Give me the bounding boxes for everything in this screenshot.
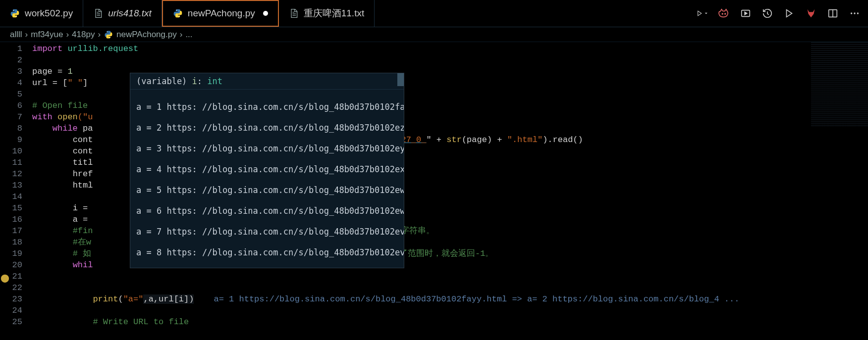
breadcrumb-part[interactable]: allll [10, 30, 22, 40]
svg-point-2 [176, 10, 177, 11]
identifier: cont [73, 146, 93, 156]
line-number: 1 [0, 43, 22, 54]
svg-point-12 [109, 37, 110, 38]
hover-line: a = 7 https: //blog.sina.com.cn/s/blog_4… [136, 227, 398, 237]
hover-name: i [192, 76, 197, 86]
identifier: cont [73, 135, 93, 145]
run-dropdown-icon[interactable] [696, 7, 708, 19]
hover-line: a = 8 https: //blog.sina.com.cn/s/blog_4… [136, 247, 398, 258]
line-number: 20 [0, 259, 22, 271]
code-editor[interactable]: ⬤ 1 2 3 4 5 6 7 8 9 10 11 12 13 14 15 16… [0, 42, 868, 340]
module: urllib.request [67, 44, 138, 53]
tab-urls418[interactable]: urls418.txt [83, 0, 162, 27]
breadcrumb-part[interactable]: ... [185, 30, 192, 40]
comment: #fin [73, 226, 93, 236]
tab-label: 重庆啤酒11.txt [304, 7, 364, 20]
svg-point-0 [13, 10, 14, 11]
string: ("u [78, 112, 93, 122]
identifier: url [32, 78, 48, 88]
punct: ( [118, 294, 123, 304]
tab-label: urls418.txt [108, 8, 152, 19]
hover-body[interactable]: a = 1 https: //blog.sina.com.cn/s/blog_4… [130, 90, 404, 268]
identifier: i = [73, 203, 93, 213]
tab-label: newPAchong.py [188, 8, 255, 19]
split-icon[interactable] [827, 7, 839, 19]
play-icon[interactable] [783, 7, 795, 19]
line-number: 19 [0, 248, 22, 259]
screen-icon[interactable] [740, 7, 752, 19]
svg-point-3 [179, 16, 180, 17]
hover-popup[interactable]: (variable) i: int a = 1 https: //blog.si… [130, 73, 404, 268]
comment: # Open file [32, 101, 93, 110]
function: open [57, 112, 78, 122]
keyword: while [53, 124, 78, 133]
line-number: 14 [0, 191, 22, 202]
tab-work502[interactable]: work502.py [0, 0, 83, 27]
editor-toolbar [689, 0, 868, 27]
hover-colon: : [197, 76, 207, 86]
svg-point-1 [16, 16, 17, 17]
line-number: 25 [0, 316, 22, 328]
hover-line: a = 2 https: //blog.sina.com.cn/s/blog_4… [136, 123, 398, 133]
line-gutter: 1 2 3 4 5 6 7 8 9 10 11 12 13 14 15 16 1… [0, 42, 32, 340]
chevron-right-icon: › [180, 30, 183, 40]
chevron-right-icon: › [25, 30, 28, 40]
code-area[interactable]: import urllib.request page = 1 url = [" … [32, 42, 868, 340]
breadcrumb-part[interactable]: mf34yue [31, 30, 63, 40]
number: 1 [67, 67, 72, 76]
line-number: 13 [0, 180, 22, 191]
svg-point-10 [857, 12, 859, 14]
line-number: 7 [0, 111, 22, 123]
comment: #在w [73, 238, 91, 247]
comment: # 如 [73, 249, 91, 258]
identifier: a = [73, 215, 93, 224]
breadcrumb[interactable]: allll › mf34yue › 418py › newPAchong.py … [0, 27, 868, 42]
fox-icon[interactable] [805, 7, 817, 19]
minimap[interactable] [811, 42, 868, 126]
string: "a=" [123, 294, 144, 304]
popup-scrollbar[interactable] [397, 73, 404, 86]
modified-indicator-icon [263, 11, 268, 16]
args: ,a,url[i]) [143, 294, 194, 304]
line-number: 15 [0, 202, 22, 214]
line-number: 12 [0, 168, 22, 180]
line-number: 11 [0, 157, 22, 168]
string: " " [67, 78, 83, 88]
chevron-right-icon: › [66, 30, 69, 40]
identifier: page [32, 67, 53, 76]
function: print [93, 294, 118, 304]
tab-chongqing[interactable]: 重庆啤酒11.txt [279, 0, 375, 27]
identifier: href [73, 169, 93, 179]
operator: " + [426, 135, 446, 145]
line-number: 24 [0, 305, 22, 316]
comment: # Write URL to file [93, 317, 189, 327]
tab-newpachong[interactable]: newPAchong.py [162, 0, 279, 27]
more-icon[interactable] [849, 7, 861, 19]
args: (page) + [462, 135, 507, 145]
svg-point-9 [854, 12, 855, 14]
breadcrumb-part[interactable]: newPAchong.py [116, 30, 177, 40]
line-number: 17 [0, 225, 22, 237]
line-number: 9 [0, 134, 22, 146]
cat-icon[interactable] [718, 7, 730, 19]
hover-type: int [207, 76, 222, 86]
line-number: 8 [0, 123, 22, 134]
identifier: html [73, 181, 93, 190]
line-number: 6 [0, 100, 22, 111]
history-icon[interactable] [761, 7, 773, 19]
inlay-hint: a= 1 https://blog.sina.com.cn/s/blog_48b… [214, 294, 739, 304]
keyword: import [32, 44, 62, 53]
editor-tabs: work502.py urls418.txt newPAchong.py 重庆啤… [0, 0, 868, 27]
breadcrumb-part[interactable]: 418py [72, 30, 95, 40]
keyword: whil [73, 260, 93, 270]
line-number: 2 [0, 54, 22, 66]
hover-line: a = 5 https: //blog.sina.com.cn/s/blog_4… [136, 185, 398, 195]
svg-point-4 [722, 13, 723, 14]
python-icon [10, 8, 20, 18]
hover-kind: (variable) [136, 76, 192, 86]
text-file-icon [289, 8, 299, 18]
line-number: 5 [0, 89, 22, 100]
line-number: 18 [0, 237, 22, 248]
string: ".html" [507, 135, 542, 145]
line-number: 16 [0, 214, 22, 225]
